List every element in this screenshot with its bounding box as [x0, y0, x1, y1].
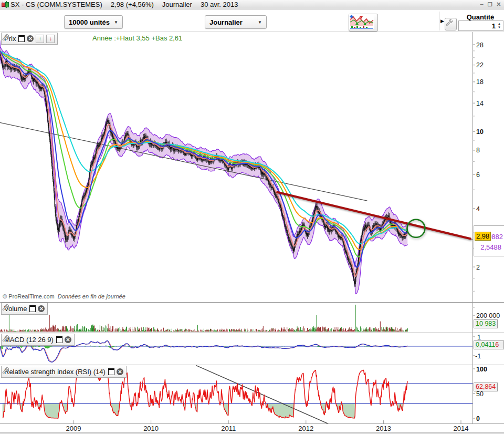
macd-value: 0,0411 — [476, 341, 495, 348]
year-label: 2009 — [66, 425, 81, 432]
chevron-down-icon: ▼ — [258, 20, 262, 25]
wrench-icon[interactable] — [2, 303, 9, 311]
toolbar: 10000 unités ▼ Journalier ▼ ▶ Quantité ▲… — [0, 9, 504, 32]
maximize-button[interactable]: ❐ — [488, 2, 492, 7]
rsi-value-box: 62,864 — [474, 383, 498, 391]
mini-chart-icon — [349, 14, 374, 29]
year-label: 2011 — [221, 425, 236, 432]
data-note-text: Données en fin de journée — [58, 293, 125, 299]
rsi-gray-trendline[interactable] — [196, 365, 329, 424]
rsi-axis-label: 0 — [476, 415, 480, 422]
rsi-panel-title: Relative strength index (RSI) (14) — [4, 368, 106, 376]
time-axis: 200920102011201220132014 — [66, 420, 469, 432]
copyright-text: © ProRealTime.com — [3, 293, 55, 299]
bollinger-band-fill — [0, 40, 407, 294]
wrench-icon — [445, 18, 453, 26]
macd-panel-title: MACD (12 26 9) — [4, 336, 54, 344]
detach-window-icon[interactable] — [108, 368, 114, 375]
close-panel-icon[interactable]: ✕ — [117, 368, 123, 375]
price-axis-label: 10 — [476, 128, 484, 136]
bottom-scrollbar[interactable] — [0, 432, 504, 434]
quantity-label: Quantité — [459, 13, 502, 21]
year-label: 2010 — [143, 425, 159, 432]
price-axis-label: 14 — [476, 100, 484, 107]
macd-axis-label: -1 — [475, 353, 481, 360]
macd-axis-label: 1 — [477, 334, 481, 341]
title-bar[interactable]: SX - CS (COMM.SYSTEMES) 2,98 (+4,56%) Jo… — [0, 0, 504, 9]
bollinger-lower — [0, 57, 407, 294]
rsi-panel-header: Relative strength index (RSI) (14) ✕ — [1, 366, 127, 378]
quantity-spinner-down[interactable]: ▼ — [498, 26, 501, 29]
wrench-icon[interactable] — [2, 366, 9, 374]
quantity-input[interactable] — [459, 21, 497, 30]
price-axis-label: 18 — [476, 78, 484, 86]
volume-axis-label: 200 000 — [476, 312, 500, 319]
expand-panel-arrow-icon[interactable]: ▶ — [440, 18, 444, 24]
quantity-spinner-up[interactable]: ▲ — [498, 22, 501, 26]
green-circle-highlight[interactable] — [407, 220, 425, 237]
macd-signal-value-partial: 6 — [495, 341, 499, 348]
order-settings-button[interactable] — [445, 18, 457, 30]
candlestick-icon — [2, 1, 8, 8]
toolbar-separator — [439, 12, 439, 30]
date-label: 30 avr. 2013 — [201, 1, 238, 8]
wrench-icon[interactable] — [2, 334, 9, 342]
chart-style-button[interactable] — [349, 14, 378, 32]
period-label: Journalier — [162, 1, 192, 8]
quantity-field: ▲ ▼ — [458, 20, 503, 31]
units-dropdown[interactable]: 10000 unités ▼ — [64, 15, 123, 29]
price-axis-label: 22 — [476, 61, 484, 69]
close-panel-icon[interactable]: ✕ — [38, 305, 45, 312]
price-panel-header: Prix ✕ ↑ ↓ — [1, 33, 58, 45]
rsi-axis-label: 100 — [476, 366, 487, 373]
price-labels-container: 2,9882 2,98 2,5488 — [474, 225, 504, 256]
volume-panel-header: Volume ✕ — [1, 303, 48, 315]
price-axis-label: 6 — [476, 171, 480, 179]
macd-value-box: 0,04116 — [474, 340, 504, 349]
timeframe-dropdown-label: Journalier — [209, 18, 243, 26]
price-change-label: 2,98 (+4,56%) — [111, 1, 154, 8]
volume-down-bars — [1, 315, 407, 332]
detach-window-icon[interactable] — [29, 305, 36, 312]
volume-up-bars — [0, 305, 407, 332]
chevron-down-icon: ▼ — [114, 20, 118, 25]
detach-window-icon[interactable] — [18, 35, 25, 42]
price-axis-label: 4 — [476, 205, 480, 213]
macd-panel-header: MACD (12 26 9) ✕ — [1, 334, 75, 346]
symbol-title: SX - CS (COMM.SYSTEMES) — [10, 1, 102, 8]
last-price-box: 2,98 — [475, 232, 491, 241]
price-axis-label: 28 — [476, 42, 484, 49]
volume-axis: 200 000 — [472, 307, 500, 319]
wrench-icon[interactable] — [2, 33, 9, 40]
detach-window-icon[interactable] — [56, 336, 62, 343]
minimize-button[interactable]: – — [480, 1, 484, 8]
rsi-axis: 100 50 0 — [472, 366, 487, 422]
close-panel-icon[interactable]: ✕ — [27, 35, 34, 42]
close-panel-icon[interactable]: ✕ — [65, 336, 71, 343]
price-chart — [0, 40, 478, 294]
year-high-low-label: Année :+Haut 3,55 +Bas 2,61 — [92, 34, 182, 42]
units-dropdown-label: 10000 unités — [69, 18, 110, 26]
scale-up-button[interactable]: ↑ — [36, 35, 44, 43]
year-label: 2014 — [454, 425, 469, 432]
volume-value-box: 10 983 — [474, 319, 498, 328]
year-label: 2012 — [298, 425, 313, 432]
chart-window: 28221814108642 200 000 1 -1 100 50 02009… — [0, 0, 504, 434]
copyright-label: © ProRealTime.comDonnées en fin de journ… — [3, 293, 125, 299]
price-axis-label: 2 — [476, 264, 480, 271]
timeframe-dropdown[interactable]: Journalier ▼ — [205, 15, 267, 29]
band-lower-label: 2,5488 — [480, 243, 501, 251]
close-window-button[interactable]: × — [497, 0, 501, 8]
price-axis-label: 8 — [476, 147, 480, 154]
year-label: 2013 — [376, 425, 391, 432]
scale-down-button[interactable]: ↓ — [46, 35, 55, 43]
volume-chart — [0, 305, 407, 332]
